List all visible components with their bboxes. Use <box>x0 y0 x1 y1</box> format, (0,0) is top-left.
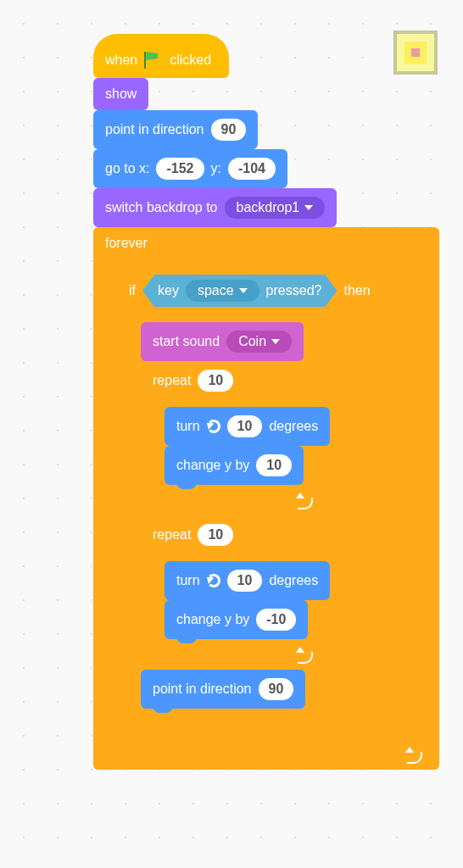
repeat1-label: repeat <box>153 373 191 388</box>
turn-block-2[interactable]: turn 10 degrees <box>165 561 330 600</box>
start-sound-block[interactable]: start sound Coin <box>141 322 304 361</box>
then-label: then <box>343 283 370 298</box>
sound-value: Coin <box>238 334 266 349</box>
show-block[interactable]: show <box>93 78 148 110</box>
key-pressed-reporter[interactable]: key space pressed? <box>142 275 337 307</box>
direction-input[interactable]: 90 <box>211 119 247 141</box>
repeat2-count[interactable]: 10 <box>198 524 233 546</box>
cy1-val[interactable]: 10 <box>256 454 292 476</box>
backdrop-value: backdrop1 <box>237 200 300 215</box>
change-y-block-1[interactable]: change y by 10 <box>165 446 304 485</box>
change-y-block-2[interactable]: change y by -10 <box>165 600 308 639</box>
cy2-val[interactable]: -10 <box>256 609 296 631</box>
point2-label: point in direction <box>153 682 252 697</box>
key-post: pressed? <box>266 283 322 298</box>
key-value: space <box>198 283 234 298</box>
backdrop-dropdown[interactable]: backdrop1 <box>225 197 326 219</box>
point-label: point in direction <box>105 122 204 137</box>
turn1-deg[interactable]: 10 <box>227 415 263 437</box>
script-stack[interactable]: when clicked show point in direction 90 … <box>93 34 439 770</box>
loop-arrow-icon <box>298 652 313 664</box>
clockwise-icon <box>207 574 220 587</box>
turn-block-1[interactable]: turn 10 degrees <box>165 407 330 446</box>
turn2-pre: turn <box>176 573 200 588</box>
key-dropdown[interactable]: space <box>186 280 259 302</box>
turn2-post: degrees <box>269 573 318 588</box>
backdrop-pre: switch backdrop to <box>105 200 218 215</box>
if-label: if <box>129 283 136 298</box>
goto-mid: y: <box>211 161 221 176</box>
point-direction-block-2[interactable]: point in direction 90 <box>141 670 305 709</box>
switch-backdrop-block[interactable]: switch backdrop to backdrop1 <box>93 188 337 227</box>
repeat2-label: repeat <box>153 527 191 542</box>
when-flag-clicked-block[interactable]: when clicked <box>93 34 229 78</box>
forever-label: forever <box>105 236 148 251</box>
point2-val[interactable]: 90 <box>259 678 294 700</box>
loop-arrow-icon <box>407 752 422 764</box>
repeat-block-2[interactable]: repeat 10 turn 10 degrees change y <box>141 515 330 670</box>
turn2-deg[interactable]: 10 <box>227 570 263 592</box>
x-input[interactable]: -152 <box>156 158 204 180</box>
loop-arrow-icon <box>298 498 313 509</box>
clockwise-icon <box>207 420 220 433</box>
repeat1-count[interactable]: 10 <box>198 370 233 392</box>
turn1-pre: turn <box>176 419 200 434</box>
hat-suffix: clicked <box>170 53 211 68</box>
cy2-pre: change y by <box>176 612 249 627</box>
key-pre: key <box>158 283 179 298</box>
repeat-block-1[interactable]: repeat 10 turn 10 degrees change y <box>141 361 330 515</box>
goto-xy-block[interactable]: go to x: -152 y: -104 <box>93 149 287 188</box>
sound-pre: start sound <box>153 334 220 349</box>
point-direction-block[interactable]: point in direction 90 <box>93 110 258 149</box>
forever-block[interactable]: forever if key space pressed? then <box>93 227 439 770</box>
sound-dropdown[interactable]: Coin <box>226 331 292 353</box>
turn1-post: degrees <box>269 419 318 434</box>
show-label: show <box>105 86 137 102</box>
if-block[interactable]: if key space pressed? then start sound <box>117 266 439 739</box>
goto-pre: go to x: <box>105 161 149 176</box>
hat-prefix: when <box>105 53 137 68</box>
y-input[interactable]: -104 <box>228 158 276 180</box>
cy1-pre: change y by <box>176 458 249 473</box>
